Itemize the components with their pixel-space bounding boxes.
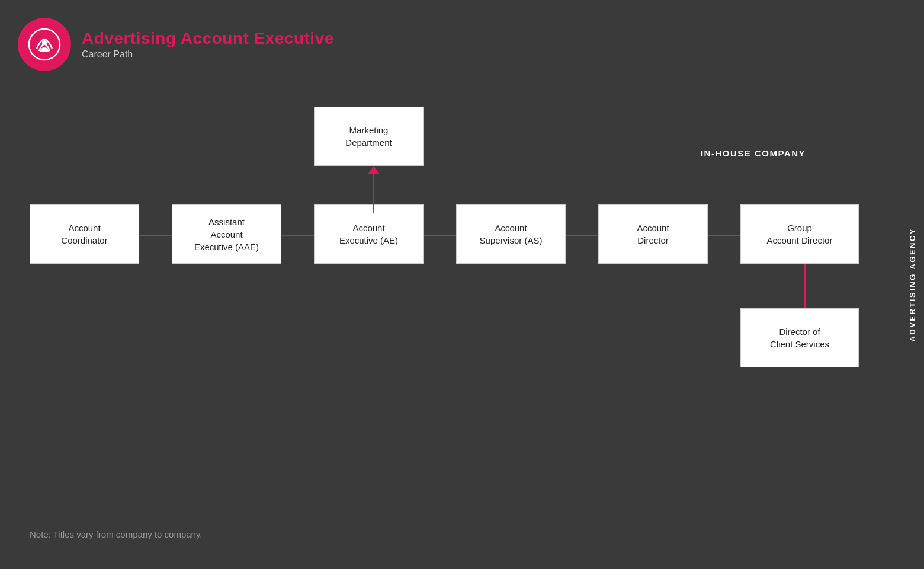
page-subtitle: Career Path: [82, 49, 334, 60]
header: Advertising Account Executive Career Pat…: [18, 18, 334, 71]
svg-point-1: [42, 40, 47, 45]
box-director: Account Director: [598, 204, 708, 264]
box-ae: Account Executive (AE): [314, 204, 424, 264]
box-marketing: Marketing Department: [314, 107, 424, 166]
header-text: Advertising Account Executive Career Pat…: [82, 29, 334, 60]
box-aae: Assistant Account Executive (AAE): [172, 204, 281, 264]
inhouse-label: IN-HOUSE COMPANY: [701, 148, 806, 158]
footer-note: Note: Titles vary from company to compan…: [30, 529, 203, 539]
diagram: IN-HOUSE COMPANY ADVERTISING AGENCY Acco…: [0, 95, 924, 510]
box-as: Account Supervisor (AS): [456, 204, 566, 264]
arrow-ae-marketing: [368, 166, 380, 213]
box-coordinator: Account Coordinator: [30, 204, 139, 264]
box-group: Group Account Director: [740, 204, 859, 264]
logo: [18, 18, 71, 71]
box-client: Director of Client Services: [740, 308, 859, 367]
page-title: Advertising Account Executive: [82, 29, 334, 48]
agency-label: ADVERTISING AGENCY: [900, 166, 924, 403]
